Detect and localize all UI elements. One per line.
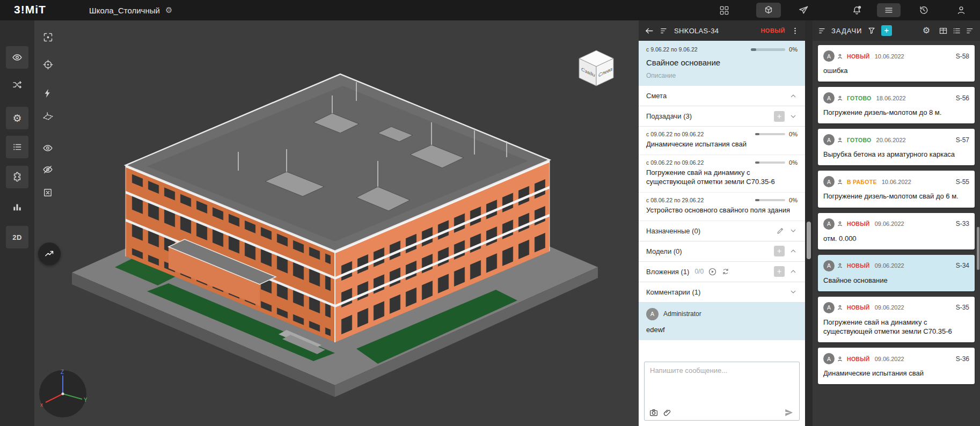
task-card[interactable]: A НОВЫЙ 09.06.2022 S-33 отм. 0.000 [818, 213, 975, 249]
bell-icon[interactable] [849, 0, 864, 20]
puzzle-icon[interactable] [6, 166, 28, 188]
axis-gizmo[interactable]: Z Y x [36, 367, 90, 421]
chevron-down-icon[interactable] [789, 288, 798, 296]
chevron-up-icon[interactable] [789, 247, 798, 255]
section-subtasks[interactable]: Подзадачи (3) [639, 106, 805, 127]
panel-scrollbar-thumb[interactable] [807, 222, 811, 259]
chevron-down-icon[interactable] [789, 226, 798, 235]
chevron-up-icon[interactable] [789, 92, 798, 100]
camera-icon[interactable] [649, 408, 659, 417]
view-3d-button[interactable] [756, 3, 781, 18]
section-comments[interactable]: Комментарии (1) [639, 282, 805, 303]
gears-icon[interactable]: ⚙ [6, 107, 28, 129]
eye-icon[interactable] [41, 141, 55, 155]
task-title[interactable]: Свайное основание [646, 58, 798, 67]
task-card[interactable]: A НОВЫЙ 09.06.2022 S-35 Погружение свай … [818, 297, 975, 342]
add-subtask-button[interactable] [774, 111, 785, 122]
project-title: Школа_Столичный [89, 6, 160, 15]
task-id: S-33 [956, 220, 969, 227]
user-account-icon[interactable] [954, 0, 969, 20]
task-card[interactable]: A ГОТОВО 18.06.2022 S-56 Погружение дизе… [818, 87, 975, 123]
progress-bar[interactable] [751, 48, 785, 51]
task-text: Погружение дизель-молотом до 8 м. [823, 108, 969, 117]
button-2d[interactable]: 2D [6, 226, 28, 248]
task-card[interactable]: A НОВЫЙ 10.06.2022 S-58 ошибка [818, 45, 975, 82]
section-estimate[interactable]: Смета [639, 86, 805, 106]
section-plane-icon[interactable] [41, 109, 55, 123]
trend-up-button[interactable] [38, 243, 61, 265]
tasks-panel-title: ЗАДАЧИ [831, 27, 862, 35]
sort-lines-icon[interactable] [660, 26, 669, 35]
status-badge: НОВЫЙ [847, 304, 870, 311]
table-view-icon[interactable] [939, 26, 948, 35]
target-icon[interactable] [41, 57, 55, 71]
bar-chart-icon[interactable] [6, 196, 28, 218]
subtask-item[interactable]: с 08.06.22 по 29.06.22 0% Устройство осн… [639, 193, 805, 221]
task-id: S-36 [956, 355, 969, 363]
progress-bar[interactable] [755, 199, 785, 201]
task-card-selected[interactable]: A НОВЫЙ 09.06.2022 S-34 Свайное основани… [818, 255, 975, 291]
task-list: A НОВЫЙ 10.06.2022 S-58 ошибка A ГОТОВО … [813, 41, 980, 426]
task-text: Погружение дизель-молотом свай до 6 м. [823, 192, 969, 201]
person-icon [837, 356, 843, 362]
tasks-scrollbar-thumb[interactable] [977, 227, 979, 270]
message-composer [644, 362, 800, 421]
send-icon[interactable] [784, 408, 794, 417]
building-model-3d[interactable] [34, 20, 639, 426]
task-description-placeholder[interactable]: Описание [646, 72, 798, 79]
sort-desc-icon[interactable] [966, 26, 975, 35]
status-badge: В РАБОТЕ [847, 179, 877, 185]
task-card[interactable]: A В РАБОТЕ 10.06.2022 S-55 Погружение ди… [818, 171, 975, 207]
shuffle-icon[interactable] [6, 74, 28, 96]
eye-icon[interactable] [6, 46, 28, 69]
sync-icon[interactable] [721, 267, 730, 276]
subtask-item[interactable]: с 09.06.22 по 09.06.22 0% Погружение сва… [639, 155, 805, 193]
chevron-down-icon[interactable] [789, 112, 798, 121]
project-settings-gear-icon[interactable]: ⚙ [165, 6, 172, 14]
subtask-item[interactable]: с 09.06.22 по 09.06.22 0% Динамические и… [639, 127, 805, 155]
focus-corners-icon[interactable] [41, 30, 55, 44]
subtask-title[interactable]: Устройство основного свайного поля здани… [646, 206, 798, 215]
person-icon [837, 137, 843, 143]
view-cube[interactable]: Сзади Слева [575, 47, 618, 90]
detail-header: SHKOLAS-34 НОВЫЙ [639, 20, 805, 41]
message-input[interactable] [647, 363, 797, 378]
section-models[interactable]: Модели (0) [639, 241, 805, 262]
paper-plane-icon[interactable] [796, 0, 811, 20]
section-assignees[interactable]: Назначенные (0) [639, 221, 805, 241]
subtask-title[interactable]: Погружение свай на динамику с существующ… [646, 168, 798, 187]
viewport-3d[interactable]: Сзади Слева Z Y x [34, 20, 639, 426]
settings-gear-icon[interactable]: ⚙ [923, 26, 930, 35]
task-status-badge[interactable]: НОВЫЙ [760, 27, 785, 34]
apps-grid-icon[interactable] [716, 0, 732, 20]
list-view-button[interactable] [877, 3, 901, 17]
task-card[interactable]: A НОВЫЙ 09.06.2022 S-36 Динамические исп… [818, 348, 975, 384]
progress-bar[interactable] [755, 161, 785, 164]
person-icon [837, 179, 843, 185]
progress-value: 0% [789, 46, 798, 53]
paperclip-icon[interactable] [663, 408, 672, 417]
filter-funnel-icon[interactable] [867, 26, 876, 35]
sort-lines-icon[interactable] [818, 26, 827, 35]
task-date: 09.06.2022 [875, 221, 904, 227]
pencil-icon[interactable] [776, 226, 785, 235]
section-attachments[interactable]: Вложения (1) 0/0 [639, 262, 805, 282]
box-x-icon[interactable] [41, 186, 55, 200]
list-icon[interactable] [6, 136, 28, 158]
add-task-button[interactable] [881, 25, 892, 36]
app-logo[interactable]: 3!MiT [14, 3, 46, 16]
progress-bar[interactable] [755, 133, 785, 135]
lightning-icon[interactable] [41, 86, 55, 100]
play-circle-icon[interactable] [708, 267, 717, 276]
chevron-up-icon[interactable] [789, 267, 798, 276]
task-card[interactable]: A ГОТОВО 20.06.2022 S-57 Вырубка бетона … [818, 129, 975, 165]
add-attachment-button[interactable] [774, 266, 785, 277]
topbar: 3!MiT Школа_Столичный ⚙ [0, 0, 980, 20]
subtask-title[interactable]: Динамические испытания свай [646, 140, 798, 149]
list-view-icon[interactable] [952, 26, 961, 35]
history-clock-icon[interactable] [916, 0, 931, 20]
more-options-icon[interactable] [791, 26, 800, 35]
eye-off-icon[interactable] [41, 163, 55, 177]
back-arrow-icon[interactable] [644, 26, 654, 36]
add-model-button[interactable] [774, 246, 785, 256]
